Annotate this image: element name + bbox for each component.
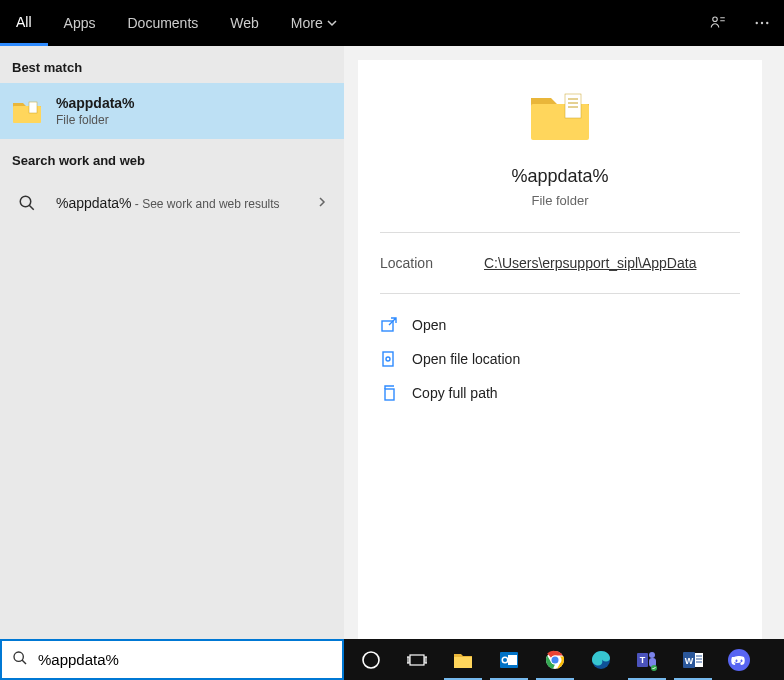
search-input[interactable] <box>38 651 332 668</box>
chevron-right-icon <box>316 194 328 212</box>
location-value[interactable]: C:\Users\erpsupport_sipl\AppData <box>484 255 696 271</box>
taskbar-teams[interactable]: T <box>624 639 670 680</box>
svg-line-18 <box>22 660 26 664</box>
best-match-subtitle: File folder <box>56 113 332 127</box>
svg-point-27 <box>503 658 507 662</box>
tab-apps[interactable]: Apps <box>48 0 112 46</box>
more-options-icon[interactable] <box>740 0 784 46</box>
detail-subtitle: File folder <box>531 193 588 208</box>
svg-rect-39 <box>695 653 703 667</box>
bottom-area: T W <box>0 639 784 680</box>
search-scope-tabbar: All Apps Documents Web More <box>0 0 784 46</box>
search-icon <box>12 650 28 670</box>
svg-point-0 <box>713 17 718 22</box>
best-match-result[interactable]: %appdata% File folder <box>0 83 344 139</box>
svg-point-30 <box>552 656 559 663</box>
folder-icon <box>529 88 591 146</box>
taskbar-task-view[interactable] <box>394 639 440 680</box>
tab-documents[interactable]: Documents <box>111 0 214 46</box>
detail-panel: %appdata% File folder Location C:\Users\… <box>358 60 762 639</box>
location-label: Location <box>380 255 484 271</box>
best-match-heading: Best match <box>0 46 344 83</box>
svg-rect-20 <box>410 655 424 665</box>
svg-text:T: T <box>640 655 646 665</box>
svg-point-6 <box>20 196 31 207</box>
svg-rect-16 <box>385 389 394 400</box>
taskbar-edge[interactable] <box>578 639 624 680</box>
svg-line-7 <box>29 205 34 210</box>
actions-list: Open Open file location Copy full path <box>358 294 762 424</box>
svg-rect-21 <box>407 657 409 663</box>
open-icon <box>380 316 398 334</box>
tab-all-label: All <box>16 14 32 30</box>
chevron-down-icon <box>327 15 337 31</box>
web-result-title: %appdata% <box>56 195 132 211</box>
svg-point-19 <box>363 652 379 668</box>
file-location-icon <box>380 350 398 368</box>
search-box[interactable] <box>0 639 344 680</box>
tab-documents-label: Documents <box>127 15 198 31</box>
svg-rect-22 <box>425 657 427 663</box>
svg-rect-14 <box>383 352 393 366</box>
tab-all[interactable]: All <box>0 0 48 46</box>
svg-rect-9 <box>565 94 581 118</box>
svg-point-15 <box>386 357 390 361</box>
taskbar-outlook[interactable] <box>486 639 532 680</box>
feedback-icon[interactable] <box>696 0 740 46</box>
svg-rect-23 <box>454 657 472 668</box>
search-icon <box>12 188 42 218</box>
web-result-suffix: - See work and web results <box>132 197 280 211</box>
folder-icon <box>12 96 42 126</box>
results-panel: Best match %appdata% File folder Search … <box>0 46 344 639</box>
tabs-container: All Apps Documents Web More <box>0 0 353 46</box>
action-open[interactable]: Open <box>380 308 740 342</box>
tab-more-label: More <box>291 15 323 31</box>
action-copy-full-path-label: Copy full path <box>412 385 498 401</box>
action-copy-full-path[interactable]: Copy full path <box>380 376 740 410</box>
svg-point-17 <box>14 652 23 661</box>
best-match-title: %appdata% <box>56 95 332 111</box>
detail-title: %appdata% <box>511 166 608 187</box>
taskbar-cortana[interactable] <box>348 639 394 680</box>
tab-web-label: Web <box>230 15 259 31</box>
svg-point-3 <box>766 22 768 24</box>
svg-text:W: W <box>685 655 694 665</box>
action-open-file-location-label: Open file location <box>412 351 520 367</box>
taskbar-discord[interactable] <box>716 639 762 680</box>
action-open-label: Open <box>412 317 446 333</box>
tab-web[interactable]: Web <box>214 0 275 46</box>
copy-icon <box>380 384 398 402</box>
svg-point-1 <box>756 22 758 24</box>
taskbar-file-explorer[interactable] <box>440 639 486 680</box>
svg-rect-25 <box>508 655 517 665</box>
taskbar-word[interactable]: W <box>670 639 716 680</box>
taskbar-chrome[interactable] <box>532 639 578 680</box>
work-web-heading: Search work and web <box>0 139 344 176</box>
svg-point-34 <box>649 652 655 658</box>
location-row: Location C:\Users\erpsupport_sipl\AppDat… <box>358 233 762 293</box>
svg-rect-5 <box>29 102 37 113</box>
action-open-file-location[interactable]: Open file location <box>380 342 740 376</box>
tab-apps-label: Apps <box>64 15 96 31</box>
taskbar: T W <box>344 639 784 680</box>
web-result[interactable]: %appdata% - See work and web results <box>0 176 344 230</box>
svg-point-2 <box>761 22 763 24</box>
tab-more[interactable]: More <box>275 0 353 46</box>
